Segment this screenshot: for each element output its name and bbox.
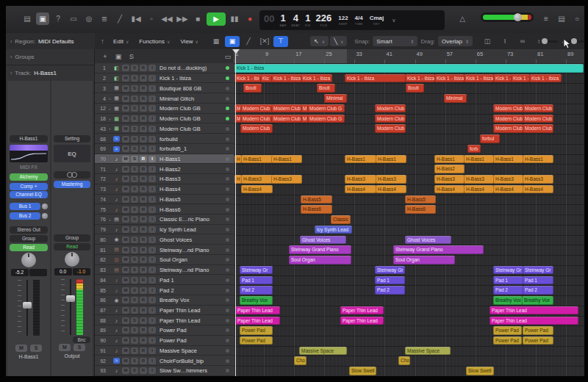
mute-button[interactable]: M — [122, 247, 129, 253]
solo-button[interactable]: S — [131, 367, 138, 374]
mute-button[interactable]: M — [122, 65, 129, 71]
mute-button[interactable]: M — [122, 186, 129, 192]
input-monitor-button[interactable]: I — [148, 256, 156, 263]
region-h-bass1[interactable]: H-Bass1 — [434, 155, 465, 164]
region-bouti[interactable]: Bouti — [317, 84, 335, 93]
input-monitor-button[interactable]: I — [148, 115, 156, 122]
note-pads-icon[interactable]: ▤ — [555, 12, 568, 25]
mute-button[interactable]: M — [122, 256, 129, 263]
mute-button[interactable]: M — [122, 176, 129, 182]
region-paper-thin-lead[interactable]: Paper Thin Lead — [490, 306, 578, 315]
volume-value[interactable]: -5.2 — [11, 269, 29, 276]
region-modern-club[interactable]: Modern Club — [240, 115, 273, 123]
bounce-button[interactable]: Bnc — [73, 336, 90, 343]
record-enable-button[interactable]: R — [140, 136, 147, 143]
track-row[interactable]: 79♪MSRIIcy Synth Lead — [95, 225, 234, 235]
region-modern-club[interactable]: Modern Club — [240, 124, 273, 133]
region-h-bass3[interactable]: H-Bass3 — [434, 175, 465, 184]
play-from-selection-button[interactable]: ▫ — [145, 13, 158, 26]
track-row[interactable]: 71♪MSRIH-Bass2 — [95, 164, 234, 174]
region-power-pad[interactable]: Power Pad — [493, 336, 522, 345]
record-enable-button[interactable]: R — [140, 115, 147, 122]
send-slot[interactable]: Bus 1 — [10, 203, 40, 210]
mute-button[interactable]: M — [122, 136, 129, 143]
track-row[interactable]: 1◧MSRIDo not d…ducking) — [95, 63, 234, 73]
playhead-marker[interactable] — [232, 49, 240, 54]
region-modern-club[interactable]: Modern Club — [493, 124, 523, 133]
fader-track[interactable] — [23, 280, 32, 336]
region-steinway-grand-piano[interactable]: Steinway Grand Piano — [393, 245, 484, 254]
track-row[interactable]: 93♪MSRISlow Sw…himmers — [95, 366, 234, 376]
solo-button[interactable]: S — [131, 247, 138, 253]
track-row[interactable]: 70♪MSRIH-Bass1 — [95, 154, 234, 165]
disclosure-icon[interactable]: › — [107, 117, 112, 121]
output-slot[interactable]: Stereo Out — [10, 226, 48, 234]
record-enable-button[interactable]: R — [140, 358, 147, 364]
menu-view[interactable]: View∨ — [177, 37, 201, 46]
text-tool-icon[interactable]: I — [498, 36, 512, 47]
mute-button[interactable]: M — [122, 347, 129, 354]
group-slot[interactable]: Group — [10, 235, 48, 242]
track-row[interactable]: 43›▩MSRIModern Club GB — [95, 123, 234, 134]
region-bouti[interactable]: Bouti — [406, 84, 424, 93]
region-modern-club[interactable]: Modern Club — [493, 115, 523, 123]
region-pad-2[interactable]: Pad 2 — [375, 286, 405, 295]
track-row[interactable]: 82▥MSRISoul Organ — [95, 255, 234, 265]
rewind-button[interactable]: ◀◀ — [160, 13, 173, 26]
mute-button[interactable]: M — [122, 166, 129, 173]
region-pad-1[interactable]: Pad 1 — [375, 276, 405, 285]
solo-button[interactable]: S — [30, 345, 42, 352]
region-soul-organ[interactable]: Soul Organ — [393, 256, 455, 264]
track-row[interactable]: 12›▦MSRIModern Club GB — [95, 104, 234, 114]
region-h-bass3[interactable]: H-Bass3 — [493, 175, 523, 184]
region-modern-club-g[interactable]: Modern Club G — [307, 115, 345, 123]
region-paper-thin-lead[interactable]: Paper Thin Lead — [235, 317, 280, 325]
region-kick-1-ibiza[interactable]: Kick 1 - Ibiza — [529, 74, 562, 83]
region-massive-space[interactable]: Massive Space — [405, 347, 451, 356]
audio-fx-slot[interactable]: Comp + — [10, 183, 48, 190]
group-slot[interactable]: Group — [54, 234, 90, 242]
record-enable-button[interactable]: R — [140, 337, 147, 344]
solo-button[interactable]: S — [131, 176, 138, 182]
region-kick-1-ibiza[interactable]: Kick 1 - Ibiza — [234, 64, 584, 73]
mute-button[interactable]: M — [122, 145, 129, 152]
record-enable-button[interactable]: R — [140, 317, 147, 324]
input-monitor-button[interactable]: I — [148, 267, 156, 273]
send-slot[interactable]: Bus 2 — [10, 212, 40, 220]
input-monitor-button[interactable]: I — [148, 247, 156, 253]
strip-name-button[interactable]: H-Bass1 — [10, 135, 48, 143]
record-enable-button[interactable]: R — [140, 176, 147, 182]
mute-button[interactable]: M — [122, 327, 129, 334]
volume-value[interactable]: 0.0 — [54, 268, 72, 275]
region-steinway-gr[interactable]: Steinway Gr — [523, 266, 553, 275]
record-enable-button[interactable]: R — [140, 307, 147, 314]
track-row[interactable]: 90♪MSRIPower Pad — [95, 336, 234, 346]
nudge-up-icon[interactable]: ↑ — [98, 36, 107, 47]
region-kick-1-ibiza[interactable]: Kick 1 - Ibiza — [271, 74, 302, 83]
region-h-bass1[interactable]: H-Bass1 — [345, 155, 376, 164]
region-modern-club[interactable]: Modern Club — [523, 104, 553, 113]
mute-button[interactable]: M — [59, 344, 71, 351]
input-monitor-button[interactable]: I — [148, 237, 156, 243]
track-inspector-row[interactable]: › Track: H-Bass1 — [6, 65, 94, 82]
play-button[interactable]: ▶ — [207, 12, 226, 26]
solo-button[interactable]: S — [131, 136, 138, 143]
menu-functions[interactable]: Functions∨ — [136, 37, 173, 46]
region-paper-thin-lead[interactable]: Paper Thin Lead — [340, 317, 384, 325]
region-h-bass3[interactable]: H-Bass3 — [345, 175, 376, 184]
midi-fx-slot[interactable]: MIDI FX — [10, 164, 48, 171]
region-h-bass6[interactable]: H-Bass6 — [405, 205, 436, 214]
instrument-slot[interactable]: Alchemy — [10, 173, 48, 181]
region-soul-organ[interactable]: Soul Organ — [289, 256, 351, 264]
region-modern-club[interactable]: Modern Club — [375, 115, 406, 123]
solo-button[interactable]: S — [131, 115, 138, 122]
region-h-bass4[interactable]: H-Bass4 — [493, 185, 523, 194]
input-monitor-button[interactable]: I — [148, 226, 156, 233]
quick-help-icon[interactable]: ? — [51, 12, 65, 25]
record-enable-button[interactable]: R — [140, 267, 147, 273]
region-paper-thin-lead[interactable]: Paper Thin Lead — [490, 317, 578, 325]
mute-button[interactable]: M — [122, 115, 129, 122]
track-row[interactable]: 89♪MSRIPower Pad — [95, 325, 234, 336]
record-enable-button[interactable]: R — [140, 247, 147, 253]
mute-button[interactable]: M — [122, 216, 129, 223]
